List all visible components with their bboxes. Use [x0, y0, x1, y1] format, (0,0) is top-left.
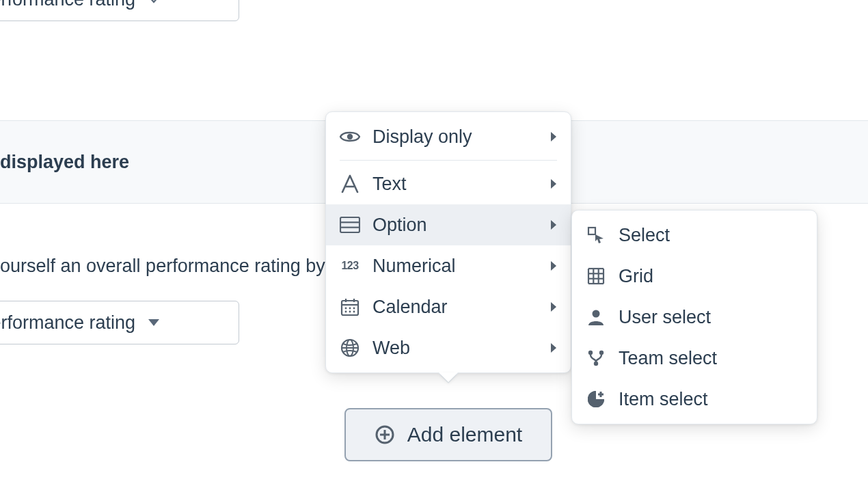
overall-rating-dropdown-top-label: all performance rating	[0, 0, 135, 10]
svg-marker-12	[551, 261, 556, 271]
svg-point-18	[349, 308, 351, 310]
user-icon	[586, 308, 606, 326]
instruction-text: ourself an overall performance rating by	[0, 256, 325, 277]
svg-point-20	[345, 311, 347, 313]
svg-rect-28	[588, 228, 595, 234]
chevron-right-icon	[550, 178, 557, 189]
svg-point-37	[593, 310, 600, 318]
menu-divider	[340, 160, 557, 161]
submenu-item-label: Grid	[619, 266, 653, 287]
menu-item-calendar[interactable]: Calendar	[326, 286, 571, 327]
submenu-item-grid[interactable]: Grid	[572, 256, 817, 297]
chevron-right-icon	[550, 260, 557, 271]
svg-marker-23	[551, 302, 556, 312]
add-element-label: Add element	[407, 423, 522, 446]
number-123-icon: 123	[340, 260, 360, 272]
team-branch-icon	[586, 349, 606, 367]
menu-item-label: Numerical	[372, 256, 456, 277]
svg-point-40	[594, 362, 598, 366]
calendar-icon	[340, 297, 360, 316]
element-type-menu: Display only Text	[325, 111, 571, 373]
svg-rect-8	[340, 217, 360, 232]
svg-marker-7	[551, 179, 556, 189]
submenu-item-label: Team select	[619, 348, 717, 369]
chevron-right-icon	[550, 219, 557, 230]
text-a-icon	[340, 174, 360, 193]
svg-point-4	[347, 134, 353, 139]
menu-item-label: Option	[372, 215, 427, 236]
plus-circle-icon	[375, 424, 395, 445]
menu-item-display-only[interactable]: Display only	[326, 116, 571, 157]
menu-item-text[interactable]: Text	[326, 163, 571, 204]
submenu-item-label: User select	[619, 307, 711, 328]
svg-point-19	[353, 308, 355, 310]
item-plus-circle-icon	[586, 390, 606, 409]
chevron-right-icon	[550, 342, 557, 353]
menu-item-numerical[interactable]: 123 Numerical	[326, 245, 571, 286]
submenu-item-user-select[interactable]: User select	[572, 297, 817, 338]
submenu-item-select[interactable]: Select	[572, 215, 817, 256]
svg-marker-5	[551, 132, 556, 141]
svg-point-39	[599, 351, 603, 355]
menu-item-label: Web	[372, 338, 410, 359]
chevron-right-icon	[550, 131, 557, 142]
chevron-down-icon	[148, 318, 160, 327]
overall-rating-dropdown[interactable]: all performance rating	[0, 301, 239, 344]
list-rows-icon	[340, 217, 360, 233]
chevron-down-icon	[148, 0, 160, 3]
svg-point-38	[588, 351, 593, 355]
grid-icon	[586, 267, 606, 285]
submenu-item-label: Item select	[619, 389, 708, 410]
svg-marker-11	[551, 220, 556, 230]
menu-item-option[interactable]: Option	[326, 204, 571, 245]
menu-item-web[interactable]: Web	[326, 327, 571, 368]
section-title: displayed here	[0, 152, 129, 173]
menu-item-label: Display only	[372, 126, 472, 148]
globe-icon	[340, 338, 360, 357]
option-submenu: Select Grid	[571, 210, 817, 424]
menu-item-label: Calendar	[372, 297, 448, 318]
menu-item-label: Text	[372, 174, 407, 195]
submenu-item-item-select[interactable]: Item select	[572, 379, 817, 420]
add-element-button[interactable]: Add element	[344, 408, 552, 461]
svg-marker-0	[148, 319, 159, 326]
cursor-select-icon	[586, 226, 606, 244]
submenu-item-team-select[interactable]: Team select	[572, 338, 817, 379]
svg-point-21	[349, 311, 351, 313]
submenu-item-label: Select	[619, 225, 670, 246]
svg-point-22	[353, 311, 355, 313]
chevron-right-icon	[550, 301, 557, 312]
svg-point-17	[345, 308, 347, 310]
eye-icon	[340, 130, 360, 144]
svg-marker-27	[551, 343, 556, 353]
overall-rating-dropdown-label: all performance rating	[0, 312, 135, 334]
overall-rating-dropdown-top[interactable]: all performance rating	[0, 0, 239, 21]
